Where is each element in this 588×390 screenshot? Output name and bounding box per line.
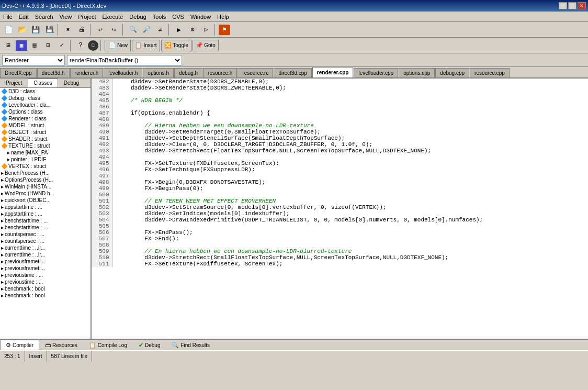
menu-tools[interactable]: Tools [150,12,169,21]
menu-file[interactable]: File [0,12,16,21]
tb2-4[interactable]: ⊡ [42,40,54,51]
tree-item[interactable]: 🔶MODEL : struct [0,122,91,129]
tree-item[interactable]: ▸previousframeti... [0,258,91,265]
class-tree[interactable]: 🔷D3D : class🔷Debug : class🔷Levelloader :… [0,88,91,339]
menu-window[interactable]: Window [187,12,214,21]
tab-resource-rc[interactable]: resource.rc [238,68,273,77]
tab-classes[interactable]: Classes [28,79,58,87]
tab-debug-cpp[interactable]: debug.cpp [435,68,469,77]
compile-button[interactable]: ⚙ [186,24,199,36]
tab-project[interactable]: Project [0,79,28,87]
bottom-tab-resources[interactable]: 🗃 Resources [39,340,83,350]
tree-item[interactable]: ▸WinMain (HINSTA... [0,183,91,190]
menu-help[interactable]: Help [214,12,232,21]
class-combo[interactable]: Renderer [2,55,65,65]
print-button[interactable]: 🖨 [75,24,88,36]
minimize-button[interactable]: ─ [559,2,567,9]
tab-levelloader-cpp[interactable]: levelloader.cpp [354,68,398,77]
tree-item[interactable]: ▸BenchProcess (H... [0,170,91,176]
bottom-tab-compiler[interactable]: ⚙ Compiler [0,340,39,350]
tree-item[interactable]: 🔶SHADER : struct [0,136,91,142]
tree-item[interactable]: 🔶OBJECT : struct [0,129,91,136]
about-btn[interactable]: ☺ [88,40,98,51]
tab-renderer-cpp[interactable]: renderer.cpp [312,67,354,77]
bottom-tab-find[interactable]: 🔍 Find Results [166,340,216,350]
tree-item[interactable]: ▸countspersec : ... [0,238,91,244]
tree-item[interactable]: ▸previoustime : ... [0,278,91,285]
tree-item[interactable]: 🔷Renderer : class [0,115,91,122]
tree-item[interactable]: ▸benchmark : bool [0,292,91,299]
save-button[interactable]: 💾 [29,24,42,36]
menu-project[interactable]: Project [75,12,99,21]
new-button[interactable]: 📄 [2,24,15,36]
tree-item[interactable]: ▸previoustime : ... [0,272,91,278]
tree-item[interactable]: 🔶VERTEX : struct [0,163,91,170]
tb2-1[interactable]: ⊞ [2,40,15,51]
close-file-button[interactable]: ✖ [62,24,74,36]
menu-search[interactable]: Search [32,12,56,21]
tab-direct3d-h[interactable]: direct3d.h [37,68,70,77]
code-line: 501 // EN TEKEN WEER MET EFFECT EROVERHE… [92,198,588,204]
tree-item[interactable]: ▸previousframeti... [0,265,91,272]
tab-options-cpp[interactable]: options.cpp [399,68,435,77]
open-button[interactable]: 📂 [16,24,28,36]
bottom-tab-compile-log[interactable]: 📋 Compile Log [83,340,133,350]
tab-levelloader-h[interactable]: levelloader.h [104,68,142,77]
new-file-btn[interactable]: 📄New [105,40,131,51]
tree-item[interactable]: ▸name [MAX_PA [0,149,91,156]
tb2-2[interactable]: ▣ [16,40,27,51]
tab-debug-panel[interactable]: Debug [58,79,85,87]
tb2-3[interactable]: ▤ [28,40,41,51]
tree-item[interactable]: ▸OptionsProcess (H... [0,176,91,183]
tree-item[interactable]: ▸benchstarttime : ... [0,217,91,224]
tree-item[interactable]: ▸currenttime : ..ir... [0,251,91,258]
tab-renderer-h[interactable]: renderer.h [70,68,104,77]
code-scroll-area[interactable]: 482 d3ddev->SetRenderState(D3DRS_ZENABLE… [92,79,588,339]
tree-item[interactable]: 🔷Debug : class [0,95,91,102]
run-button[interactable]: ▷ [200,24,212,36]
tab-direct3d-cpp[interactable]: direct3d.cpp [274,68,311,77]
insert-btn[interactable]: 📋Insert [132,40,160,51]
menu-view[interactable]: View [56,12,75,21]
code-line: 505 [92,223,588,229]
code-editor[interactable]: 482 d3ddev->SetRenderState(D3DRS_ZENABLE… [92,79,588,339]
tree-item[interactable]: ▸countspersec : ... [0,231,91,238]
tree-item[interactable]: 🔷Options : class [0,108,91,115]
tab-directx-cpp[interactable]: DirectX.cpp [0,68,37,77]
menu-execute[interactable]: Execute [99,12,126,21]
help-btn[interactable]: ? [74,40,87,51]
compile-run-button[interactable]: ▶ [173,24,185,36]
tab-resource-h[interactable]: resource.h [203,68,237,77]
tree-item[interactable]: ▸appstarttime : ... [0,210,91,217]
func-combo[interactable]: renderFinalToBackBuffer () [67,55,182,65]
undo-button[interactable]: ↩ [94,24,107,36]
tree-item[interactable]: ▸pointer : LPDIF [0,156,91,163]
redo-button[interactable]: ↪ [108,24,120,36]
tree-item[interactable]: 🔶TEXTURE : struct [0,142,91,149]
indent-button[interactable]: ⚑ [219,25,230,35]
close-button[interactable]: ✕ [578,2,586,9]
tree-item[interactable]: ▸benchmark : bool [0,285,91,292]
tree-item[interactable]: ▸benchstarttime : ... [0,224,91,231]
menu-cvs[interactable]: CVS [169,12,187,21]
find-button[interactable]: 🔍 [127,24,139,36]
tb2-5[interactable]: ✓ [55,40,68,51]
tab-options-h[interactable]: options.h [143,68,174,77]
tree-item[interactable]: ▸WndProc (HWND h... [0,190,91,197]
replace-button[interactable]: ⇄ [154,24,166,36]
tree-item[interactable]: 🔷D3D : class [0,88,91,95]
tree-item[interactable]: 🔷Levelloader : cla... [0,102,91,108]
save-all-button[interactable]: 💾+ [43,24,55,36]
find-next-button[interactable]: 🔎 [140,24,153,36]
tab-debug-h[interactable]: debug.h [174,68,202,77]
tree-item[interactable]: ▸currenttime : ..ir... [0,244,91,251]
toggle-btn[interactable]: 🔀Toggle [161,40,191,51]
tree-item[interactable]: ▸appstarttime : ... [0,204,91,210]
bottom-tab-debug[interactable]: ✔ Debug [133,340,166,350]
restore-button[interactable]: □ [568,2,576,9]
tab-resource-cpp[interactable]: resource.cpp [470,68,510,77]
menu-edit[interactable]: Edit [16,12,32,21]
goto-btn[interactable]: 📌Goto [193,40,219,51]
menu-debug[interactable]: Debug [126,12,149,21]
tree-item[interactable]: ▸quicksort (OBJEC... [0,197,91,204]
